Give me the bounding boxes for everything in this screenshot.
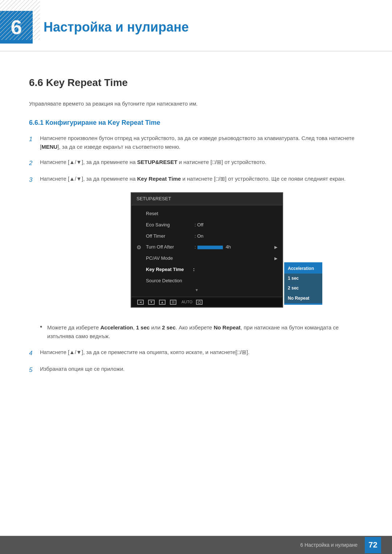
screen-container: SETUP&RESET Reset Eco Saving : Off — [51, 192, 363, 308]
step-5: 5 Избраната опция ще се приложи. — [29, 365, 363, 375]
screen-menu-item-offtimer: Off Timer : On — [131, 231, 282, 242]
subsection-number: 6.6.1 — [29, 119, 44, 126]
screen-menu-item-keyrepeat: Key Repeat Time : Acceleration 1 sec 2 s… — [131, 264, 282, 275]
main-content: 6.6 Key Repeat Time Управлявате времето … — [0, 55, 392, 411]
section-number: 6.6 — [29, 77, 43, 88]
more-indicator: ▼ — [195, 287, 199, 293]
screen-menu: Reset Eco Saving : Off Off Timer : On — [131, 205, 282, 297]
section-title: 6.6 Key Repeat Time — [29, 77, 363, 89]
screen-menu-item-pcav: PC/AV Mode ▶ — [131, 253, 282, 264]
screen-bottom-bar: ◄ ▼ ▲ ⊞ AUT — [131, 297, 282, 307]
offtimer-label: Off Timer — [146, 233, 193, 240]
screen-menu-item-more: ▼ — [131, 287, 282, 294]
btn-left: ◄ — [136, 299, 144, 305]
key-repeat-time-label: Key Repeat Time — [137, 176, 181, 182]
submenu-2sec: 2 sec — [284, 283, 322, 293]
1sec-label: 1 sec — [136, 324, 150, 331]
subsection-title: 6.6.1 Конфигуриране на Key Repeat Time — [29, 119, 363, 127]
turnoff-label: Turn Off After — [146, 243, 193, 251]
screen-menu-item-eco: Eco Saving : Off — [131, 219, 282, 231]
submenu-1sec: 1 sec — [284, 274, 322, 283]
turnoff-colon: : — [195, 243, 196, 251]
down-arrow-icon: ▼ — [148, 300, 155, 305]
pcav-arrow: ▶ — [274, 255, 277, 262]
turnoff-end: 4h — [226, 243, 231, 251]
enter-icon: ⊞ — [170, 300, 176, 305]
keyrepeat-colon: : — [193, 266, 195, 274]
footer: 6 Настройка и нулиране 72 — [0, 536, 392, 554]
menu-key: MENU — [41, 144, 57, 150]
offtimer-value: : On — [195, 233, 204, 240]
eco-label: Eco Saving — [146, 221, 193, 229]
gear-icon: ⚙ — [136, 243, 141, 252]
btn-power: ⏻ — [195, 299, 203, 305]
step-2-text: Натиснете [▲/▼], за да преминете на SETU… — [40, 158, 363, 167]
section-heading: Key Repeat Time — [46, 77, 128, 88]
step-3-number: 3 — [29, 175, 40, 185]
submenu-acceleration: Acceleration — [284, 264, 322, 274]
submenu: Acceleration 1 sec 2 sec No Repeat — [284, 262, 322, 305]
btn-enter: ⊞ — [169, 299, 177, 305]
bottom-icons: ◄ ▼ ▲ ⊞ AUT — [136, 299, 203, 305]
arrow-right-icon: ▶ — [274, 244, 277, 251]
step-2: 2 Натиснете [▲/▼], за да преминете на SE… — [29, 158, 363, 168]
submenu-norepeat: No Repeat — [284, 294, 322, 303]
reset-label: Reset — [146, 210, 193, 218]
step-3: 3 Натиснете [▲/▼], за да преминете на Ke… — [29, 175, 363, 317]
norepeat-label: No Repeat — [214, 324, 241, 331]
up-arrow-icon: ▲ — [159, 300, 166, 305]
screen-menu-item-turnoff: ⚙ Turn Off After : 4h ▶ — [131, 242, 282, 253]
footer-page-number: 72 — [365, 537, 381, 553]
2sec-label: 2 sec — [162, 324, 176, 331]
keyrepeat-label: Key Repeat Time — [146, 266, 193, 274]
subsection-heading: Конфигуриране на Key Repeat Time — [45, 119, 160, 126]
step-1-number: 1 — [29, 134, 40, 144]
steps-list-cont: 4 Натиснете [▲/▼], за да се преместите н… — [29, 348, 363, 375]
svg-rect-1 — [0, 0, 40, 40]
chapter-header: 6 Настройка и нулиране — [0, 0, 392, 52]
step-2-number: 2 — [29, 158, 40, 168]
step-5-text: Избраната опция ще се приложи. — [40, 365, 363, 373]
step-4: 4 Натиснете [▲/▼], за да се преместите н… — [29, 348, 363, 358]
pcav-label: PC/AV Mode — [146, 255, 193, 262]
step-4-number: 4 — [29, 348, 40, 358]
screen-menu-item-source: Source Detection — [131, 275, 282, 287]
progress-bar — [197, 246, 223, 249]
setup-reset-label: SETUP&RESET — [137, 159, 177, 165]
steps-list: 1 Натиснете произволен бутон отпред на у… — [29, 134, 363, 317]
btn-up: ▲ — [158, 299, 166, 305]
bullet-list: • Можете да изберете Acceleration, 1 sec… — [40, 323, 363, 341]
step-1: 1 Натиснете произволен бутон отпред на у… — [29, 134, 363, 151]
step-5-number: 5 — [29, 365, 40, 375]
hatch-decoration — [0, 0, 40, 40]
bullet-text: Можете да изберете Acceleration, 1 sec и… — [47, 323, 363, 341]
btn-down: ▼ — [147, 299, 155, 305]
btn-auto: AUTO — [181, 299, 192, 305]
eco-value: : Off — [195, 221, 203, 229]
step-4-text: Натиснете [▲/▼], за да се преместите на … — [40, 348, 363, 357]
acceleration-label: Acceleration — [100, 324, 133, 331]
power-icon: ⏻ — [196, 300, 203, 305]
left-arrow-icon: ◄ — [137, 300, 144, 305]
section-intro: Управлявате времето за реакция на бутони… — [29, 99, 363, 108]
step-1-text: Натиснете произволен бутон отпред на уст… — [40, 134, 363, 151]
source-label: Source Detection — [146, 277, 193, 285]
screen-title-bar: SETUP&RESET — [131, 193, 282, 205]
chapter-title: Настройка и нулиране — [44, 20, 189, 35]
footer-text: 6 Настройка и нулиране — [300, 542, 358, 548]
bullet-dot: • — [40, 323, 47, 331]
bullet-item: • Можете да изберете Acceleration, 1 sec… — [40, 323, 363, 341]
screen-menu-item-reset: Reset — [131, 208, 282, 219]
screen-mockup: SETUP&RESET Reset Eco Saving : Off — [131, 192, 283, 308]
step-3-text: Натиснете [▲/▼], за да преминете на Key … — [40, 175, 363, 317]
